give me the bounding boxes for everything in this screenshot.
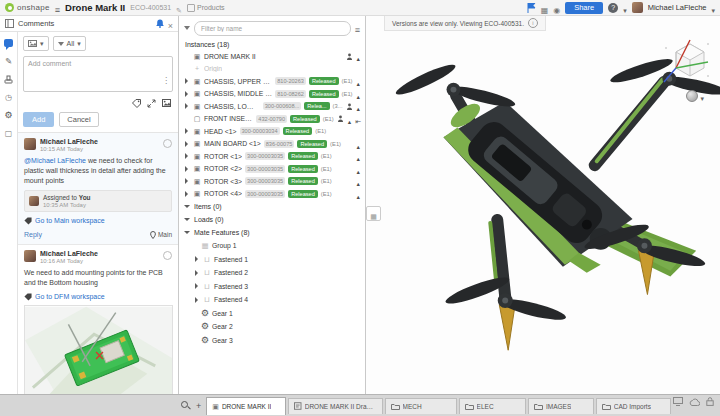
cancel-button[interactable]: Cancel	[59, 112, 98, 127]
collapse-chevron-icon[interactable]	[183, 218, 191, 221]
globe-icon[interactable]	[553, 0, 560, 16]
apps-grid-icon[interactable]	[541, 0, 549, 16]
tag-icon[interactable]	[132, 99, 141, 108]
list-options-icon[interactable]	[355, 20, 360, 36]
resolve-checkbox[interactable]	[163, 139, 172, 148]
close-icon[interactable]	[168, 16, 173, 32]
expand-chevron-icon[interactable]	[183, 153, 190, 159]
comment-card[interactable]: Michael LaFleche 10:16 AM Today We need …	[18, 245, 178, 394]
kebab-icon[interactable]	[162, 69, 170, 87]
lock-icon[interactable]	[706, 397, 714, 406]
search-icon[interactable]	[180, 400, 191, 411]
tree-row[interactable]: HEAD <1> 300-00003034 Released (E1)	[179, 125, 365, 138]
view-options[interactable]	[686, 88, 704, 104]
mate-row[interactable]: Gear 1	[179, 307, 365, 321]
release-icon[interactable]	[4, 75, 13, 84]
section-items[interactable]: Items (0)	[179, 200, 365, 213]
tab-drawing[interactable]: DRONE MARK II Drawin...	[288, 398, 382, 414]
section-loads[interactable]: Loads (0)	[179, 213, 365, 226]
tab-folder-images[interactable]: IMAGES	[528, 398, 594, 414]
tree-row-root[interactable]: DRONE MARK II	[179, 50, 365, 63]
view-cube[interactable]	[656, 30, 712, 86]
workspace-link[interactable]: Go to Main workspace	[24, 217, 172, 225]
expand-chevron-icon[interactable]	[183, 128, 190, 134]
location-label: Main	[158, 231, 172, 238]
expand-chevron-icon[interactable]	[183, 178, 190, 184]
tree-row[interactable]: ROTOR <2> 300-00003035 Released (E1)	[179, 163, 365, 176]
origin-icon	[193, 65, 201, 72]
expand-chevron-icon[interactable]	[183, 91, 190, 97]
history-icon[interactable]	[5, 93, 12, 102]
expand-chevron-icon[interactable]	[183, 103, 190, 109]
released-badge: Released	[283, 127, 313, 135]
grid-icon[interactable]	[5, 129, 13, 138]
edit-icon[interactable]: ✎	[5, 56, 12, 66]
mate-row[interactable]: Fastened 2	[179, 266, 365, 280]
menu-icon[interactable]	[55, 0, 60, 16]
expand-chevron-icon[interactable]	[183, 191, 190, 197]
cloud-icon[interactable]	[689, 398, 700, 406]
add-comment-input[interactable]	[23, 56, 173, 92]
collapse-chevron-icon[interactable]	[183, 231, 191, 234]
image-picker-button[interactable]	[23, 36, 49, 51]
reply-link[interactable]: Reply	[24, 231, 42, 238]
3d-viewport[interactable]: Versions are view only. Viewing ECO-4005…	[366, 16, 720, 394]
add-button[interactable]: Add	[23, 112, 54, 127]
expand-chevron-icon[interactable]	[193, 297, 200, 303]
mate-row[interactable]: Gear 2	[179, 320, 365, 334]
mate-row[interactable]: Fastened 3	[179, 280, 365, 294]
fastened-mate-icon	[203, 283, 211, 291]
part-number-badge: 300-00003035	[245, 177, 285, 185]
share-button[interactable]: Share	[565, 2, 603, 14]
settings-icon[interactable]	[4, 111, 12, 120]
tree-row[interactable]: MAIN BOARD <1> 836-00075 Released (E1)	[179, 138, 365, 151]
tree-row[interactable]: CHASSIS, MIDDLE <1> 810-08262 Released (…	[179, 88, 365, 101]
tree-row[interactable]: ROTOR <4> 300-00003035 Released (E1)	[179, 188, 365, 201]
comments-icon[interactable]	[4, 39, 13, 47]
tree-row[interactable]: FRONT INSERT <1> 432-00790 Released (E1)	[179, 113, 365, 126]
expand-chevron-icon[interactable]	[183, 78, 190, 84]
tab-folder-elec[interactable]: ELEC	[459, 398, 526, 414]
screen-icon[interactable]	[673, 397, 683, 406]
user-caret-icon[interactable]	[711, 0, 715, 16]
tree-row[interactable]: ROTOR <3> 300-00003035 Released (E1)	[179, 175, 365, 188]
section-mate-features[interactable]: Mate Features (8)	[179, 226, 365, 239]
user-avatar[interactable]	[632, 2, 643, 13]
collapse-chevron-icon[interactable]	[183, 205, 191, 208]
breadcrumb[interactable]: Products	[187, 4, 225, 12]
tree-row[interactable]: ROTOR <1> 300-00003035 Released (E1)	[179, 150, 365, 163]
expand-chevron-icon[interactable]	[193, 283, 200, 289]
mate-row[interactable]: Group 1	[179, 239, 365, 253]
mate-row[interactable]: Gear 3	[179, 334, 365, 348]
add-tab-button[interactable]: +	[193, 401, 204, 411]
tab-folder-mech[interactable]: MECH	[385, 398, 457, 414]
tab-assembly[interactable]: DRONE MARK II	[206, 397, 286, 415]
help-caret-icon[interactable]	[623, 0, 627, 16]
expand-chevron-icon[interactable]	[193, 270, 200, 276]
section-label: Items (0)	[194, 203, 222, 210]
mate-row[interactable]: Fastened 4	[179, 293, 365, 307]
attachment-thumbnail[interactable]	[24, 305, 173, 394]
expand-chevron-icon[interactable]	[193, 256, 200, 262]
mate-row[interactable]: Fastened 1	[179, 253, 365, 267]
show-hidden-button[interactable]	[366, 206, 381, 221]
tree-row[interactable]: CHASSIS, UPPER <1> 810-20263 Released (E…	[179, 75, 365, 88]
filter-by-name-input[interactable]	[194, 21, 351, 36]
comment-card[interactable]: Michael LaFleche 10:15 AM Today @Michael…	[18, 133, 178, 245]
picture-icon[interactable]	[162, 99, 171, 107]
tree-row-origin[interactable]: Origin	[179, 63, 365, 76]
mention-link[interactable]: @Michael LaFleche	[24, 157, 86, 164]
expand-chevron-icon[interactable]	[183, 166, 190, 172]
flag-icon[interactable]	[527, 3, 536, 13]
expand-chevron-icon[interactable]	[183, 141, 190, 147]
help-icon[interactable]: ?	[608, 3, 618, 13]
info-icon[interactable]: i	[528, 18, 538, 28]
expand-icon[interactable]	[147, 99, 156, 108]
tab-folder-cad-imports[interactable]: CAD Imports	[596, 398, 671, 414]
filter-all-dropdown[interactable]: All	[53, 36, 86, 51]
link-pencil-icon[interactable]	[176, 0, 182, 16]
resolve-checkbox[interactable]	[163, 251, 172, 260]
workspace-link[interactable]: Go to DFM workspace	[24, 293, 172, 301]
bell-icon[interactable]	[156, 19, 164, 28]
document-tab-bar: + DRONE MARK II DRONE MARK II Drawin... …	[0, 394, 720, 416]
